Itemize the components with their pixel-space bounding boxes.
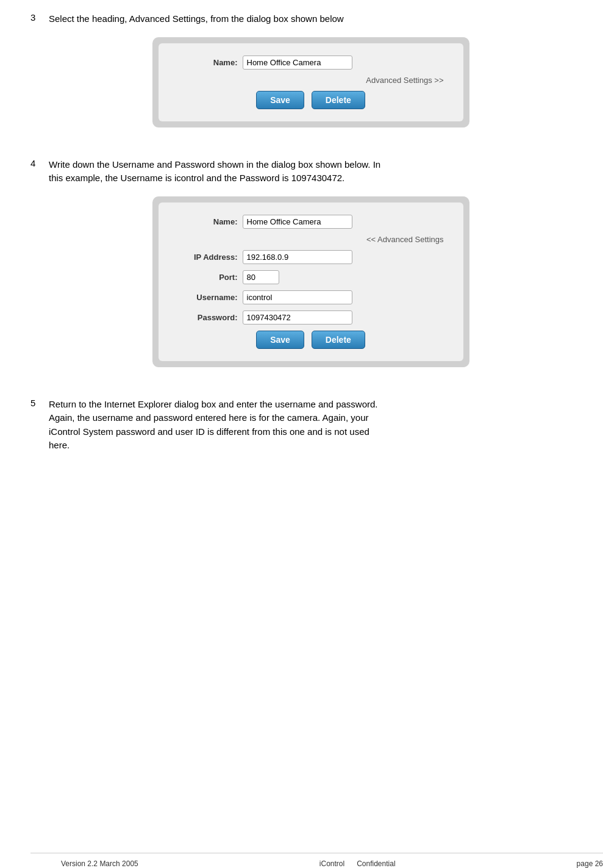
step3-name-row: Name: Home Office Camera [177,56,445,70]
step3-dialog-outer: Name: Home Office Camera Advanced Settin… [152,37,469,127]
step3-dialog-inner: Name: Home Office Camera Advanced Settin… [159,43,463,121]
step5-text-line1: Return to the Internet Explorer dialog b… [49,399,378,409]
step4-text: Write down the Username and Password sho… [49,158,573,185]
step5-number: 5 [30,398,49,408]
step4-number: 4 [30,158,49,168]
step4-ip-row: IP Address: 192.168.0.9 [177,250,445,264]
step4-button-row: Save Delete [177,331,445,349]
step4-username-label: Username: [177,293,238,302]
step4-password-row: Password: 1097430472 [177,310,445,325]
step3-delete-button[interactable]: Delete [312,91,365,109]
step4-username-input: icontrol [243,290,352,304]
step4-password-label: Password: [177,313,238,322]
step3-number: 3 [30,12,49,23]
footer: Version 2.2 March 2005 iControl Confiden… [30,853,603,868]
footer-version: Version 2.2 March 2005 [61,859,138,868]
footer-center: iControl Confidential [319,859,396,868]
step4-delete-button[interactable]: Delete [312,331,365,349]
step4-text-line2: this example, the Username is icontrol a… [49,173,344,183]
step3-dialog-wrapper: Name: Home Office Camera Advanced Settin… [49,37,573,127]
step3-name-label: Name: [177,58,238,67]
step4-port-row: Port: 80 [177,270,445,284]
step5-text-line4: here. [49,440,70,450]
step4-port-input: 80 [243,270,279,284]
step4-port-label: Port: [177,273,238,282]
footer-page: page 26 [577,859,603,868]
step3-text: Select the heading, Advanced Settings, f… [49,12,573,26]
step4-ip-input: 192.168.0.9 [243,250,352,264]
footer-confidential: Confidential [357,859,395,868]
step4-username-row: Username: icontrol [177,290,445,304]
step4-name-row: Name: Home Office Camera [177,215,445,229]
step4-save-button[interactable]: Save [256,331,304,349]
step4-ip-label: IP Address: [177,253,238,262]
step4-dialog-wrapper: Name: Home Office Camera << Advanced Set… [49,196,573,367]
step5-text: Return to the Internet Explorer dialog b… [49,398,573,453]
step5-text-line3: iControl System password and user ID is … [49,426,369,437]
step3-advanced-link[interactable]: Advanced Settings >> [177,76,445,85]
step4-password-input: 1097430472 [243,310,352,325]
step4-name-label: Name: [177,217,238,226]
step4-text-line1: Write down the Username and Password sho… [49,159,380,170]
step4-dialog-outer: Name: Home Office Camera << Advanced Set… [152,196,469,367]
footer-app: iControl [319,859,344,868]
step4-name-input: Home Office Camera [243,215,352,229]
step3-save-button[interactable]: Save [256,91,304,109]
step4-advanced-link[interactable]: << Advanced Settings [177,235,445,244]
step3-button-row: Save Delete [177,91,445,109]
step5-text-line2: Again, the username and password entered… [49,412,368,423]
step3-name-input: Home Office Camera [243,56,352,70]
step4-dialog-inner: Name: Home Office Camera << Advanced Set… [159,203,463,361]
